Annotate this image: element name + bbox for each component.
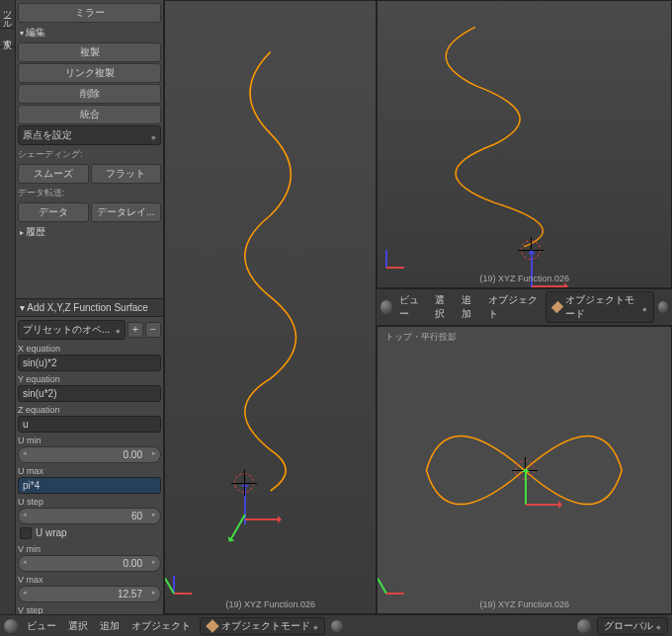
orientation-dropdown[interactable]: グローバル [597,617,668,635]
sidebar-tabs: ツール 戻す [0,0,16,614]
shading-label: シェーディング: [18,146,161,163]
axis-widget [385,238,415,268]
u-wrap-checkbox[interactable]: U wrap [18,525,161,541]
menu-select[interactable]: 選択 [65,618,91,634]
edit-section-header[interactable]: 編集 [18,24,161,41]
v-min-label: V min [18,544,161,554]
data-button[interactable]: データ [18,202,89,222]
u-max-input[interactable]: pi*4 [18,477,161,494]
mode-dropdown[interactable]: オブジェクトモード [546,291,654,323]
viewport-object-label: (19) XYZ Function.026 [479,274,569,283]
u-min-label: U min [18,436,161,445]
duplicate-button[interactable]: 複製 [18,42,161,62]
cube-icon [206,619,219,633]
u-step-label: U step [18,497,161,507]
editor-type-icon-2[interactable] [577,619,591,633]
flat-button[interactable]: フラット [91,164,162,184]
delete-button[interactable]: 削除 [18,84,161,104]
chevron-icon [151,130,156,141]
menu-add[interactable]: 追加 [97,618,123,634]
v-max-input[interactable]: 12.57 [18,586,161,602]
preset-remove-button[interactable]: − [145,322,161,338]
menu-add[interactable]: 追加 [459,292,481,322]
viewport-perspective[interactable]: (19) XYZ Function.026 [164,0,377,614]
chevron-icon [116,324,121,335]
y-equation-input[interactable]: sin(u*2) [18,385,161,402]
x-eq-label: X equation [18,344,161,354]
smooth-button[interactable]: スムーズ [18,164,89,184]
shading-icon[interactable] [658,301,668,313]
operator-panel-header[interactable]: ▾ Add X,Y,Z Function Surface [16,298,163,317]
menu-object[interactable]: オブジェクト [485,292,542,322]
viewport-object-label: (19) XYZ Function.026 [225,599,315,609]
editor-type-icon[interactable] [4,619,18,633]
x-axis-arrow[interactable] [532,285,566,287]
axis-widget [173,564,203,594]
data-transfer-label: データ転送: [18,185,161,201]
viewport-top[interactable]: トップ・平行投影 (19) XYZ Function.026 [377,326,672,614]
z-eq-label: Z equation [18,405,161,415]
preset-dropdown[interactable]: プリセットのオペ... [18,320,126,340]
axis-widget [385,564,415,594]
z-equation-input[interactable]: u [18,416,161,433]
set-origin-dropdown[interactable]: 原点を設定 [18,125,161,145]
3d-cursor [234,473,254,493]
link-duplicate-button[interactable]: リンク複製 [18,63,161,83]
u-min-input[interactable]: 0.00 [18,446,161,463]
mirror-button[interactable]: ミラー [18,3,161,23]
mode-dropdown[interactable]: オブジェクトモード [200,617,325,635]
x-axis-arrow[interactable] [526,504,560,506]
menu-view[interactable]: ビュー [396,292,428,322]
x-axis-arrow[interactable] [245,518,280,520]
viewport-area: (19) XYZ Function.026 (19) XYZ Function.… [164,0,672,614]
tab-tools[interactable]: ツール [0,0,15,29]
v-step-label: V step [18,605,161,615]
history-section[interactable]: 履歴 [18,223,161,241]
viewport-front[interactable]: (19) XYZ Function.026 [377,0,672,288]
preset-add-button[interactable]: + [127,322,143,338]
v-max-label: V max [18,575,161,585]
v-min-input[interactable]: 0.00 [18,555,161,572]
join-button[interactable]: 統合 [18,105,161,124]
menu-select[interactable]: 選択 [432,292,455,322]
menu-view[interactable]: ビュー [24,618,59,634]
y-eq-label: Y equation [18,374,161,384]
u-step-input[interactable]: 60 [18,508,161,524]
u-max-label: U max [18,466,161,476]
shading-icon[interactable] [331,620,343,632]
bottom-header: ビュー 選択 追加 オブジェクト オブジェクトモード グローバル [0,614,672,636]
menu-object[interactable]: オブジェクト [128,618,194,634]
tool-panel: ミラー 編集 複製 リンク複製 削除 統合 原点を設定 シェーディング: スムー… [16,0,164,614]
viewport-header: ビュー 選択 追加 オブジェクト オブジェクトモード [377,288,672,326]
y-axis-arrow[interactable] [525,470,527,505]
tab-undo[interactable]: 戻す [0,29,15,47]
cube-icon [551,301,563,313]
data-layout-button[interactable]: データレイ... [91,202,162,222]
editor-type-icon[interactable] [380,300,392,314]
x-equation-input[interactable]: sin(u)*2 [18,355,161,371]
viewport-object-label: (19) XYZ Function.026 [479,599,569,609]
